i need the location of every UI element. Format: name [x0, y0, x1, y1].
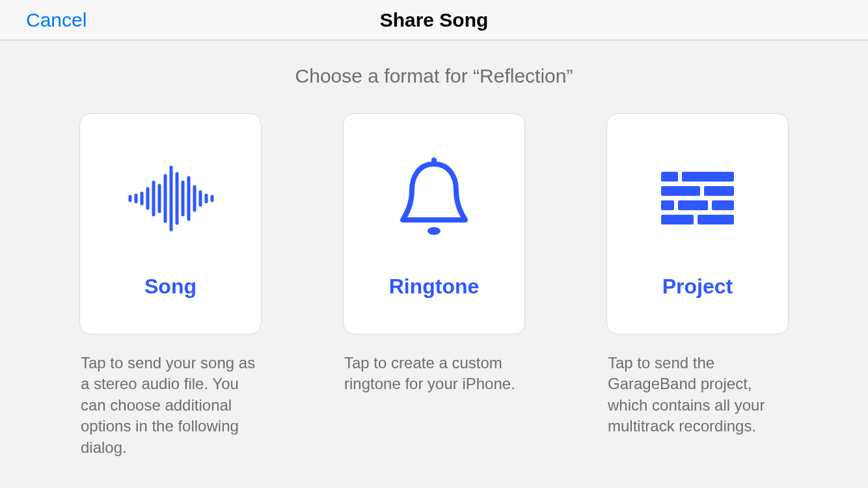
svg-rect-25	[698, 215, 734, 224]
svg-rect-23	[712, 200, 734, 210]
tracks-icon	[607, 114, 788, 283]
svg-rect-17	[661, 172, 678, 182]
card-project-desc: Tap to send the GarageBand project, whic…	[606, 353, 789, 437]
card-song-desc: Tap to send your song as a stereo audio …	[79, 353, 262, 458]
bell-icon	[344, 114, 524, 283]
navbar: Cancel Share Song	[0, 0, 868, 40]
svg-rect-22	[678, 200, 708, 210]
svg-rect-19	[661, 186, 700, 196]
option-ringtone: Ringtone Tap to create a custom ringtone…	[343, 113, 525, 458]
svg-rect-21	[661, 200, 674, 210]
format-prompt: Choose a format for “Reflection”	[0, 65, 868, 87]
waveform-icon	[80, 114, 261, 283]
svg-rect-20	[704, 186, 734, 196]
card-ringtone-desc: Tap to create a custom ringtone for your…	[343, 353, 525, 395]
cancel-button[interactable]: Cancel	[26, 9, 87, 31]
content: Choose a format for “Reflection”	[0, 40, 868, 458]
page-title: Share Song	[380, 9, 489, 31]
card-project[interactable]: Project	[606, 113, 789, 334]
svg-point-16	[427, 227, 441, 235]
card-ringtone[interactable]: Ringtone	[343, 113, 525, 334]
svg-rect-18	[682, 172, 734, 182]
option-song: Song Tap to send your song as a stereo a…	[79, 113, 262, 458]
card-song[interactable]: Song	[79, 113, 262, 334]
svg-rect-24	[661, 215, 694, 224]
svg-point-15	[431, 159, 437, 164]
option-project: Project Tap to send the GarageBand proje…	[606, 113, 789, 458]
format-options: Song Tap to send your song as a stereo a…	[0, 113, 868, 458]
